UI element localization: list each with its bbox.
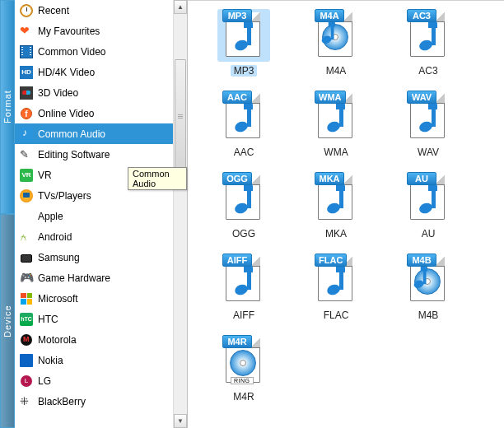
format-label: FLAC [324,309,349,321]
scroll-up-button[interactable]: ▲ [174,0,187,14]
format-label: WMA [324,147,348,158]
microsoft-icon [20,292,33,305]
format-label: M4B [418,309,439,321]
vertical-tab-device[interactable]: Device [0,214,15,428]
sidebar-item-label: Online Video [38,108,95,119]
sidebar-item-common-video[interactable]: Common Video [15,41,187,62]
format-label: MP3 [231,65,258,77]
format-file-icon: MP3 [217,9,270,62]
format-label: AIFF [233,309,254,321]
scroll-track[interactable] [174,14,187,414]
format-item-wav[interactable]: WAVWAV [382,89,474,170]
format-badge: OGG [222,172,252,185]
format-badge: AC3 [407,9,436,22]
sidebar-item-samsung[interactable]: Samsung [15,247,187,268]
format-item-m4a[interactable]: M4AM4A [290,7,382,89]
format-file-icon: OGG [217,172,270,225]
format-badge: WMA [315,91,346,104]
sidebar-item-label: Samsung [38,252,80,263]
tv-icon [20,189,33,202]
sidebar-item-android[interactable]: ⍲Android [15,226,187,247]
format-item-m4b[interactable]: M4BM4B [382,252,474,333]
clock-icon [20,4,33,17]
format-badge: WAV [407,91,436,104]
sidebar-item-lg[interactable]: LLG [15,370,187,391]
3d-glasses-icon [20,86,33,100]
format-badge: MP3 [222,9,252,22]
format-item-wma[interactable]: WMAWMA [290,89,382,170]
format-item-mp3[interactable]: MP3MP3 [198,7,290,89]
music-note-icon [20,128,33,141]
apple-icon [20,210,33,223]
sidebar-item-label: VR [38,170,52,181]
format-badge: AIFF [222,254,252,267]
lg-icon: L [20,374,33,388]
format-file-icon: M4A [310,9,362,62]
sidebar-item-label: Nokia [38,355,63,366]
format-file-icon: AU [402,172,455,225]
scroll-down-button[interactable]: ▼ [174,414,187,428]
sidebar-item-apple[interactable]: Apple [15,206,187,226]
format-item-aiff[interactable]: AIFFAIFF [198,252,290,333]
format-file-icon: WAV [402,91,455,143]
format-badge: AAC [222,91,252,104]
sidebar-item-label: TVs/Players [38,190,91,202]
sidebar-item-label: Recent [38,5,69,16]
sidebar-item-label: HD/4K Video [38,67,95,78]
format-file-icon: AIFF [217,254,270,306]
sidebar-item-game-hardware[interactable]: 🎮Game Hardware [15,268,187,288]
sidebar-item-my-favourites[interactable]: ❤My Favourites [15,21,187,41]
sidebar-item-label: HTC [38,314,58,325]
sidebar-item-label: BlackBerry [38,396,86,407]
format-label: M4R [233,391,254,402]
globe-icon: f [20,107,33,120]
sidebar-item-nokia[interactable]: Nokia [15,350,187,370]
format-label: AC3 [418,65,437,77]
sidebar-item-online-video[interactable]: fOnline Video [15,103,187,123]
format-item-flac[interactable]: FLACFLAC [290,252,382,333]
sidebar-item-hd-4k-video[interactable]: HDHD/4K Video [15,62,187,82]
sidebar-item-blackberry[interactable]: ⁜BlackBerry [15,391,187,412]
samsung-icon [20,251,33,264]
format-item-aac[interactable]: AACAAC [198,89,290,170]
format-file-icon: M4RRING [217,335,270,388]
format-label: WAV [418,147,439,158]
sidebar-item-common-audio[interactable]: Common Audio [15,123,187,144]
format-item-mka[interactable]: MKAMKA [290,170,382,252]
nokia-icon [20,354,33,367]
sidebar-item-editing-software[interactable]: ✎Editing Software [15,144,187,165]
format-label: OGG [232,228,255,240]
format-item-ogg[interactable]: OGGOGG [198,170,290,252]
blackberry-icon: ⁜ [20,395,33,408]
sidebar-scrollbar[interactable]: ▲▼ [173,0,187,428]
sidebar-item-label: My Favourites [38,26,100,37]
ring-badge: RING [231,377,254,384]
sidebar-item-label: Common Video [38,46,106,58]
format-item-m4r[interactable]: M4RRINGM4R [198,333,290,415]
gamepad-icon: 🎮 [20,272,33,285]
format-file-icon: WMA [310,91,362,143]
sidebar-item-3d-video[interactable]: 3D Video [15,82,187,103]
sidebar-item-htc[interactable]: hTCHTC [15,309,187,329]
vertical-tab-format[interactable]: Format [0,0,15,214]
hd-icon: HD [20,66,33,79]
format-file-icon: AC3 [402,9,455,62]
format-item-ac3[interactable]: AC3AC3 [382,7,474,89]
sidebar-item-label: Apple [38,211,63,222]
scroll-thumb[interactable] [175,59,186,174]
htc-icon: hTC [20,313,33,326]
sidebar-item-recent[interactable]: Recent [15,0,187,21]
format-item-au[interactable]: AUAU [382,170,474,252]
android-icon: ⍲ [20,230,33,244]
motorola-icon [20,333,33,347]
sidebar: Recent❤My FavouritesCommon VideoHDHD/4K … [15,0,188,428]
sidebar-item-motorola[interactable]: Motorola [15,329,187,350]
sidebar-item-label: Editing Software [38,149,110,160]
format-file-icon: FLAC [310,254,362,306]
sidebar-item-microsoft[interactable]: Microsoft [15,288,187,309]
format-label: M4A [326,65,347,77]
sidebar-item-label: Microsoft [38,293,78,305]
format-label: AU [422,228,436,240]
heart-icon: ❤ [20,25,33,38]
format-label: AAC [234,147,254,158]
